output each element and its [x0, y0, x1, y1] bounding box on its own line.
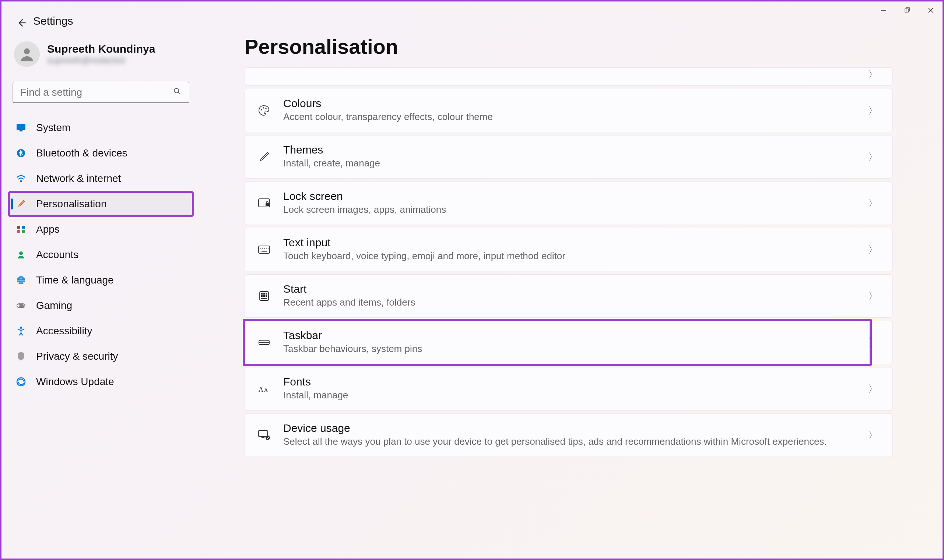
- avatar: [14, 41, 40, 67]
- sidebar-item-label: Bluetooth & devices: [36, 147, 128, 159]
- svg-point-26: [265, 108, 266, 109]
- start-icon: [257, 289, 271, 303]
- accessibility-icon: [15, 325, 26, 337]
- chevron-right-icon: 〉: [868, 68, 878, 81]
- sidebar-item-update[interactable]: Windows Update: [9, 370, 193, 394]
- svg-point-20: [23, 304, 23, 305]
- card-sub: Install, manage: [283, 389, 856, 402]
- card-themes[interactable]: Themes Install, create, manage 〉: [245, 135, 893, 178]
- card-sub: Taskbar behaviours, system pins: [283, 342, 856, 355]
- minimize-button[interactable]: [879, 6, 888, 15]
- main-content: Personalisation 〉 Colours Accent colour,…: [245, 35, 893, 457]
- sidebar: Supreeth Koundinya supreeth@redacted Sys…: [9, 38, 193, 394]
- profile-email: supreeth@redacted: [47, 55, 155, 66]
- window-title: Settings: [33, 15, 73, 27]
- svg-point-12: [20, 180, 22, 182]
- svg-rect-16: [22, 230, 25, 233]
- svg-rect-1: [905, 9, 908, 12]
- lockscreen-icon: [257, 197, 271, 210]
- card-colours[interactable]: Colours Accent colour, transparency effe…: [245, 89, 893, 132]
- card-lockscreen[interactable]: Lock screen Lock screen images, apps, an…: [245, 182, 893, 225]
- brush-icon: [15, 198, 26, 209]
- globe-clock-icon: [15, 275, 26, 286]
- sidebar-item-system[interactable]: System: [9, 115, 193, 140]
- taskbar-icon: [257, 336, 271, 349]
- svg-point-25: [263, 107, 264, 109]
- device-usage-icon: [257, 429, 271, 442]
- fonts-icon: AA: [257, 382, 271, 395]
- shield-icon: [15, 351, 26, 362]
- sidebar-item-apps[interactable]: Apps: [9, 217, 193, 242]
- card-textinput[interactable]: Text input Touch keyboard, voice typing,…: [245, 228, 893, 271]
- card-fonts[interactable]: AA Fonts Install, manage 〉: [245, 367, 893, 411]
- sidebar-item-bluetooth[interactable]: Bluetooth & devices: [9, 141, 193, 165]
- sidebar-item-gaming[interactable]: Gaming: [9, 294, 193, 318]
- svg-rect-38: [263, 293, 265, 295]
- card-title: Text input: [283, 236, 856, 249]
- card-title: Themes: [283, 144, 856, 156]
- svg-rect-9: [17, 124, 25, 130]
- sidebar-item-personalisation[interactable]: Personalisation: [9, 192, 193, 216]
- sidebar-item-label: Privacy & security: [36, 351, 118, 362]
- svg-rect-49: [262, 437, 265, 438]
- svg-point-22: [20, 326, 22, 329]
- svg-rect-13: [17, 226, 20, 229]
- svg-rect-14: [22, 226, 25, 229]
- sidebar-item-label: System: [36, 122, 70, 134]
- card-sub: Touch keyboard, voice typing, emoji and …: [283, 250, 856, 263]
- card-title: Colours: [283, 97, 856, 110]
- svg-point-30: [260, 248, 261, 249]
- svg-rect-2: [906, 8, 909, 11]
- search-input[interactable]: [12, 82, 189, 103]
- sidebar-item-accounts[interactable]: Accounts: [9, 243, 193, 267]
- svg-rect-37: [261, 293, 263, 295]
- chevron-right-icon: 〉: [868, 290, 878, 303]
- svg-point-17: [19, 251, 23, 255]
- card-sub: Accent colour, transparency effects, col…: [283, 111, 856, 123]
- close-button[interactable]: [926, 6, 935, 15]
- svg-rect-41: [263, 295, 265, 297]
- card-title: Fonts: [283, 375, 856, 388]
- card-background-partial[interactable]: 〉: [245, 68, 893, 86]
- svg-rect-39: [266, 293, 267, 295]
- bluetooth-icon: [15, 148, 26, 159]
- sidebar-item-label: Accessibility: [36, 325, 92, 337]
- chevron-right-icon: 〉: [868, 383, 878, 395]
- settings-list: 〉 Colours Accent colour, transparency ef…: [245, 68, 893, 457]
- pen-icon: [257, 150, 271, 163]
- sidebar-item-label: Apps: [36, 223, 60, 235]
- gamepad-icon: [15, 300, 26, 311]
- sidebar-item-network[interactable]: Network & internet: [9, 166, 193, 191]
- sidebar-item-accessibility[interactable]: Accessibility: [9, 319, 193, 343]
- svg-point-33: [266, 248, 266, 249]
- svg-rect-42: [266, 295, 267, 297]
- profile-block[interactable]: Supreeth Koundinya supreeth@redacted: [9, 38, 193, 71]
- card-sub: Recent apps and items, folders: [283, 296, 856, 309]
- card-deviceusage[interactable]: Device usage Select all the ways you pla…: [245, 414, 893, 457]
- card-taskbar[interactable]: Taskbar Taskbar behaviours, system pins …: [245, 321, 893, 364]
- svg-point-6: [24, 48, 30, 54]
- sidebar-item-privacy[interactable]: Privacy & security: [9, 344, 193, 369]
- maximize-button[interactable]: [903, 6, 912, 15]
- card-sub: Select all the ways you plan to use your…: [283, 435, 856, 448]
- back-button[interactable]: [16, 18, 26, 31]
- sidebar-item-label: Gaming: [36, 300, 72, 311]
- update-icon: [15, 376, 26, 387]
- search-wrap: [12, 82, 189, 103]
- card-start[interactable]: Start Recent apps and items, folders 〉: [245, 274, 893, 318]
- chevron-right-icon: 〉: [868, 429, 878, 442]
- svg-text:A: A: [259, 386, 263, 393]
- chevron-right-icon: 〉: [868, 243, 878, 256]
- sidebar-item-label: Time & language: [36, 274, 114, 286]
- search-icon: [173, 87, 181, 98]
- svg-point-34: [268, 248, 268, 249]
- svg-point-31: [262, 248, 263, 249]
- svg-point-32: [264, 248, 265, 249]
- sidebar-item-label: Accounts: [36, 249, 79, 261]
- card-sub: Lock screen images, apps, animations: [283, 203, 856, 216]
- svg-point-7: [174, 88, 179, 93]
- palette-icon: [257, 104, 271, 117]
- sidebar-item-label: Personalisation: [36, 198, 106, 210]
- sidebar-item-time[interactable]: Time & language: [9, 268, 193, 292]
- chevron-right-icon: 〉: [868, 151, 878, 163]
